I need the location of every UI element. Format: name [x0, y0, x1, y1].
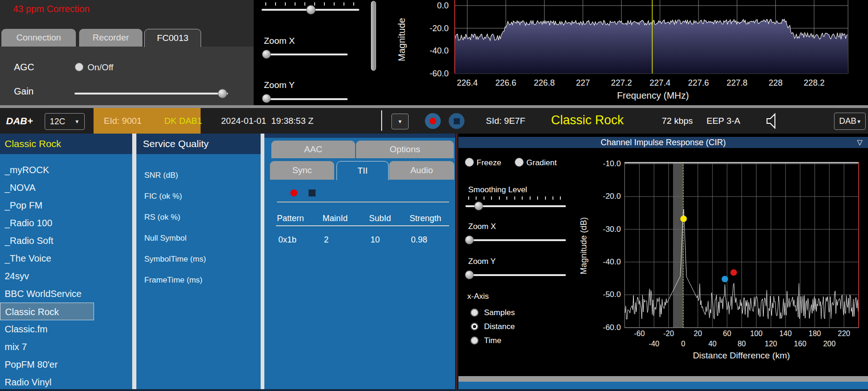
station-item[interactable]: _Radio 100: [0, 214, 132, 232]
tab-recorder[interactable]: Recorder: [79, 29, 142, 47]
station-item[interactable]: _myROCK: [0, 161, 132, 179]
stop-button[interactable]: [449, 113, 464, 129]
recorder-dropdown-button[interactable]: ▼: [391, 114, 409, 129]
speaker-icon[interactable]: [763, 112, 782, 130]
splitter-1[interactable]: [132, 134, 136, 389]
sq-row-label: FrameTime (ms): [144, 276, 202, 285]
service-id: SId: 9E7F: [486, 108, 525, 134]
station-item[interactable]: _NOVA: [0, 179, 132, 196]
window-bottom-strip: [0, 389, 868, 391]
station-item[interactable]: _The Voice: [0, 249, 132, 267]
tii-content: AACOptionsSyncTIIAudioPatternMainIdSubId…: [264, 134, 455, 389]
tii-col-header: Strength: [410, 214, 441, 223]
svg-text:-40.0: -40.0: [603, 257, 621, 266]
xaxis-radio-time[interactable]: [471, 337, 478, 344]
spectrum-vertical-slider[interactable]: [371, 1, 376, 71]
service-quality-panel: Service Quality SNR (dB)12,9FIC (ok %)10…: [136, 134, 261, 389]
chevron-down-icon: ▼: [397, 119, 403, 124]
svg-text:226.6: 226.6: [495, 78, 516, 88]
station-item[interactable]: Radio Vinyl: [0, 373, 132, 391]
sq-row-label: SymbolTime (ms): [144, 255, 206, 264]
gain-label: Gain: [14, 86, 34, 97]
ppm-correction-label: 43 ppm Correction: [13, 4, 90, 14]
gain-slider-thumb[interactable]: [218, 89, 227, 98]
station-item[interactable]: _Radio Soft: [0, 232, 132, 249]
cir-zoom-x-thumb[interactable]: [465, 236, 474, 244]
xaxis-label-samples: Samples: [484, 308, 515, 317]
svg-text:227.2: 227.2: [611, 78, 632, 88]
svg-text:-60.0: -60.0: [603, 323, 621, 332]
svg-text:-30.0: -30.0: [603, 225, 621, 234]
ensemble-id: EId: 9001: [104, 108, 141, 134]
cir-gradient-label: Gradient: [526, 158, 557, 168]
collapse-triangle-icon[interactable]: ▽: [857, 137, 862, 148]
status-bar: DAB+ 12C ▼ EId: 9001 DK DAB1 2024-01-01 …: [0, 108, 868, 134]
tab-fc0013[interactable]: FC0013: [144, 29, 201, 47]
output-select-value: DAB: [839, 116, 856, 126]
sq-row-label: RS (ok %): [144, 213, 180, 222]
station-item[interactable]: _Pop FM: [0, 196, 132, 214]
tii-record-dot-icon[interactable]: [290, 189, 297, 196]
sq-row-label: FIC (ok %): [144, 192, 182, 201]
svg-text:40: 40: [708, 340, 717, 348]
tii-tab-audio[interactable]: Audio: [389, 161, 454, 180]
station-item[interactable]: Classic Rock: [0, 303, 94, 320]
channel-select[interactable]: 12C ▼: [45, 113, 85, 130]
svg-text:-10.0: -10.0: [603, 159, 621, 168]
station-item[interactable]: Classic.fm: [0, 320, 132, 338]
cir-zoom-y-track[interactable]: [465, 274, 566, 276]
bitrate-label: 72 kbps: [662, 108, 693, 134]
gain-slider-track[interactable]: [74, 93, 228, 94]
tuner-top-slider-thumb[interactable]: [306, 5, 316, 14]
svg-text:226.8: 226.8: [534, 78, 555, 88]
svg-text:Distance Difference (km): Distance Difference (km): [693, 351, 790, 360]
tii-panel: AACOptionsSyncTIIAudioPatternMainIdSubId…: [264, 134, 455, 389]
station-item[interactable]: PopFM 80'er: [0, 356, 132, 373]
tii-header-underline: [276, 225, 449, 226]
svg-text:100: 100: [750, 330, 763, 337]
channel-select-value: 12C: [50, 117, 65, 127]
cir-freeze-radio[interactable]: [465, 158, 474, 167]
tii-tab-tii[interactable]: TII: [336, 161, 389, 180]
tii-stop-square-icon[interactable]: [309, 189, 316, 196]
cir-zoom-x-track[interactable]: [465, 239, 566, 241]
record-dot-icon: [430, 118, 436, 124]
spectrum-zoom-y-track[interactable]: [263, 98, 348, 100]
cir-zoom-y-thumb[interactable]: [465, 270, 474, 279]
cir-smoothing-thumb[interactable]: [474, 202, 483, 210]
station-item[interactable]: mix 7: [0, 338, 132, 356]
tii-tab-aac[interactable]: AAC: [271, 141, 355, 158]
spectrum-chart: 0.0-20.0-40.0-60.0226.4226.6226.8227227.…: [386, 0, 868, 107]
agc-toggle-radio[interactable]: [75, 63, 83, 71]
spectrum-zoom-y-thumb[interactable]: [262, 94, 271, 103]
spectrum-zoom-x-thumb[interactable]: [262, 50, 271, 59]
splitter-2[interactable]: [261, 134, 264, 389]
station-item[interactable]: BBC WorldService: [0, 285, 132, 303]
record-button[interactable]: [425, 113, 441, 129]
svg-text:20: 20: [694, 330, 702, 337]
cir-zoom-y-label: Zoom Y: [468, 257, 496, 266]
svg-text:-50.0: -50.0: [603, 290, 621, 299]
svg-text:226.4: 226.4: [457, 78, 478, 88]
xaxis-label-distance: Distance: [484, 322, 515, 331]
dab-receiver-window: 43 ppm Correction Connection Recorder FC…: [0, 0, 868, 391]
tii-separator-line: [277, 202, 449, 202]
xaxis-label-time: Time: [484, 336, 501, 345]
tii-tab-options[interactable]: Options: [356, 141, 454, 158]
tab-connection[interactable]: Connection: [1, 29, 76, 47]
xaxis-radio-distance[interactable]: [471, 323, 478, 330]
sq-row-label: Null Symbol: [144, 234, 187, 243]
cir-xaxis-group-label: x-Axis: [467, 292, 489, 301]
svg-text:220: 220: [838, 330, 850, 337]
cir-gradient-radio[interactable]: [515, 158, 524, 167]
tii-cell: 2: [324, 235, 329, 245]
svg-text:227.6: 227.6: [688, 78, 709, 88]
xaxis-radio-samples[interactable]: [471, 309, 478, 317]
station-item[interactable]: 24syv: [0, 267, 132, 285]
output-select[interactable]: DAB ▼: [834, 113, 866, 130]
spectrum-zoom-x-track[interactable]: [263, 54, 348, 55]
svg-text:140: 140: [779, 330, 792, 337]
tii-tab-sync[interactable]: Sync: [270, 161, 334, 180]
mode-label: DAB+: [6, 108, 33, 134]
protection-label: EEP 3-A: [707, 108, 740, 134]
